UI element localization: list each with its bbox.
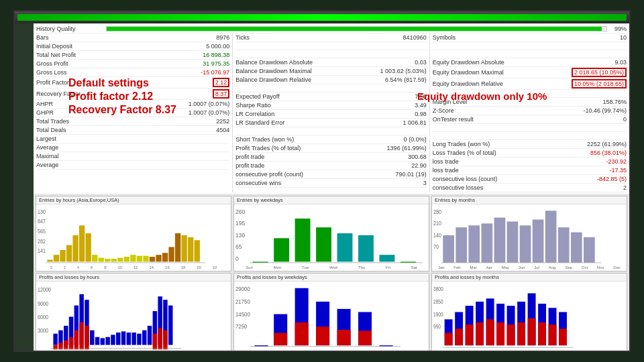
svg-rect-58 <box>571 233 582 263</box>
chart-months-xlabels: JanFebMarAprMayJunJulAugSepOctNovDec <box>433 265 625 269</box>
svg-text:130: 130 <box>235 232 245 239</box>
svg-rect-107 <box>295 322 309 345</box>
svg-text:70: 70 <box>433 244 439 251</box>
stat-empty3 <box>235 84 426 93</box>
stat-lr-err: LR Standard Error 1 006.81 <box>235 119 426 127</box>
stat-acl: consecutive losses 2 <box>433 184 627 192</box>
content-area: History Quality 99% Bars 8976 <box>15 23 629 351</box>
svg-text:65: 65 <box>235 243 242 250</box>
svg-rect-95 <box>153 334 158 350</box>
svg-text:3800: 3800 <box>433 286 443 292</box>
svg-rect-96 <box>158 328 162 349</box>
svg-text:141: 141 <box>38 248 46 255</box>
svg-rect-23 <box>162 253 168 261</box>
chart-weekdays-title: Entries by weekdays <box>234 196 429 204</box>
quality-bar-bg <box>106 26 607 32</box>
svg-text:6000: 6000 <box>38 314 48 320</box>
stat-mcl: consecutive loss (count) -842.85 (5) <box>433 175 627 184</box>
stat-empty6 <box>433 50 627 58</box>
svg-rect-8 <box>66 245 72 262</box>
svg-rect-17 <box>124 257 129 261</box>
svg-rect-97 <box>163 330 168 349</box>
quality-value: 99% <box>610 25 627 32</box>
svg-rect-36 <box>274 238 289 261</box>
svg-text:0: 0 <box>235 255 239 262</box>
main-screen: Default settings Profit factor 2.12 Reco… <box>13 10 631 352</box>
stat-ticks: Ticks 8410960 <box>235 34 426 42</box>
svg-rect-105 <box>274 333 287 345</box>
svg-rect-91 <box>69 337 74 350</box>
stat-row-deposit: Initial Deposit 5 000.00 <box>36 42 229 51</box>
stat-row-total-deals: Total Deals 4504 <box>36 126 229 135</box>
svg-rect-5 <box>47 259 52 261</box>
svg-rect-82 <box>142 330 147 345</box>
svg-text:195: 195 <box>235 220 245 227</box>
chart-pnl-hours-svg: 12000 9000 6000 3000 <box>38 283 229 351</box>
svg-rect-93 <box>79 322 84 349</box>
svg-rect-12 <box>92 255 97 261</box>
chart-pnl-weekdays-svg: 29000 21750 14500 7250 <box>235 283 427 351</box>
quality-bar-fill <box>107 27 602 31</box>
svg-text:950: 950 <box>433 323 441 330</box>
svg-rect-56 <box>545 210 557 263</box>
chart-pnl-weekdays: Profits and losses by weekdays 29000 217… <box>233 273 429 351</box>
stat-row-net-profit: Total Net Profit 16 898.38 <box>36 51 229 60</box>
stat-pt: Profit Trades (% of total) 1396 (61.99%) <box>235 144 426 153</box>
stat-acw: consecutive wins 3 <box>235 179 426 188</box>
stat-bd-rel: Balance Drawdown Relative 6.54% (817.59) <box>235 76 426 84</box>
svg-rect-37 <box>295 219 311 261</box>
stat-ed-max: Equity Drawdown Maximal 2 018.65 (10.05%… <box>433 67 627 78</box>
svg-text:3000: 3000 <box>38 327 48 334</box>
stat-empty9 <box>433 132 627 140</box>
stat-empty1 <box>235 42 426 50</box>
svg-rect-137 <box>528 318 536 345</box>
svg-text:29000: 29000 <box>235 286 250 292</box>
svg-rect-6 <box>54 255 59 261</box>
svg-rect-131 <box>496 322 504 345</box>
svg-rect-88 <box>53 345 58 349</box>
svg-rect-78 <box>121 331 126 345</box>
chart-months-title: Entries by months <box>432 196 627 204</box>
stat-empty8 <box>433 124 627 132</box>
svg-rect-143 <box>559 328 567 345</box>
svg-rect-53 <box>507 221 519 262</box>
svg-rect-50 <box>468 225 480 263</box>
chart-pnl-months: Profits and losses by months 3800 2850 1… <box>431 273 627 351</box>
chart-months-top: 280 210 140 70 <box>433 206 625 265</box>
svg-rect-10 <box>79 225 85 261</box>
stat-ed-rel: Equity Drawdown Relative 10.05% (2 018.6… <box>433 78 627 90</box>
chart-pnl-hours-body: 12000 9000 6000 3000 <box>36 282 231 351</box>
stat-llt: loss trade -230.92 <box>433 158 627 166</box>
chart-weekdays-svg: 260 195 130 65 0 <box>235 206 427 265</box>
svg-text:280: 280 <box>433 208 441 215</box>
svg-rect-26 <box>182 235 187 262</box>
svg-rect-121 <box>445 333 453 345</box>
stat-symbols: Symbols 10 <box>433 34 627 42</box>
left-sidebar <box>15 23 34 351</box>
svg-rect-113 <box>358 330 372 345</box>
stat-short: Short Trades (won %) 0 (0.0%) <box>235 135 426 144</box>
svg-rect-80 <box>131 333 136 345</box>
svg-rect-59 <box>584 237 595 263</box>
svg-rect-16 <box>117 258 123 262</box>
quality-row: History Quality 99% <box>36 25 627 34</box>
svg-rect-135 <box>517 322 525 345</box>
annotation-equity: Equity drawdown only 10% <box>417 90 547 102</box>
stat-lr-corr: LR Correlation 0.98 <box>235 110 426 119</box>
stat-row-bars: Bars 8976 <box>36 34 229 42</box>
chart-hours-top-svg: 130 847 565 282 141 <box>38 206 229 265</box>
svg-text:7250: 7250 <box>235 324 248 330</box>
stat-empty5 <box>433 42 627 50</box>
svg-rect-51 <box>482 223 493 263</box>
svg-text:21750: 21750 <box>235 299 250 305</box>
svg-rect-54 <box>520 225 531 263</box>
svg-rect-9 <box>72 235 78 262</box>
svg-rect-18 <box>130 255 136 261</box>
stats-col-3: Symbols 10 Equity Drawdown Absolute 9.03… <box>430 34 627 192</box>
svg-rect-141 <box>549 324 557 345</box>
svg-rect-127 <box>476 322 484 345</box>
chart-pnl-hours-title: Profits and losses by hours <box>36 274 231 282</box>
svg-rect-21 <box>150 257 155 261</box>
stat-lpt: profit trade 300.68 <box>235 153 426 162</box>
svg-rect-133 <box>507 324 515 345</box>
